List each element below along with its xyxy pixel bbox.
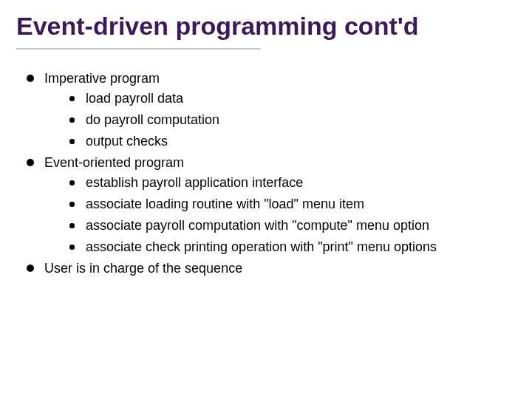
list-item-label: load payroll data bbox=[86, 91, 183, 106]
list-item: do payroll computation bbox=[64, 110, 516, 130]
list-item: Imperative program load payroll data do … bbox=[22, 69, 516, 151]
list-item: associate loading routine with "load" me… bbox=[64, 194, 516, 214]
list-item: Event-oriented program establish payroll… bbox=[22, 153, 516, 257]
list-item: establish payroll application interface bbox=[64, 173, 516, 193]
bullet-list: Imperative program load payroll data do … bbox=[22, 69, 516, 279]
bullet-sublist: load payroll data do payroll computation… bbox=[44, 89, 516, 151]
list-item-label: Imperative program bbox=[44, 69, 516, 89]
list-item: load payroll data bbox=[64, 89, 516, 109]
list-item: associate check printing operation with … bbox=[64, 237, 516, 257]
list-item-label: establish payroll application interface bbox=[86, 175, 303, 190]
page-title: Event-driven programming cont'd bbox=[16, 10, 516, 48]
list-item: User is in charge of the sequence bbox=[22, 259, 516, 279]
list-item-label: do payroll computation bbox=[86, 112, 219, 127]
list-item-label: output checks bbox=[86, 134, 168, 149]
list-item-label: Event-oriented program bbox=[44, 153, 516, 173]
list-item-label: associate payroll computation with "comp… bbox=[86, 218, 429, 233]
list-item-label: User is in charge of the sequence bbox=[44, 259, 516, 279]
list-item-label: associate loading routine with "load" me… bbox=[86, 197, 364, 211]
bullet-sublist: establish payroll application interface … bbox=[44, 173, 516, 257]
slide: Event-driven programming cont'd Imperati… bbox=[0, 0, 532, 399]
slide-body: Imperative program load payroll data do … bbox=[16, 50, 516, 279]
list-item: output checks bbox=[64, 132, 516, 151]
list-item-label: associate check printing operation with … bbox=[86, 239, 437, 254]
list-item: associate payroll computation with "comp… bbox=[64, 216, 516, 236]
